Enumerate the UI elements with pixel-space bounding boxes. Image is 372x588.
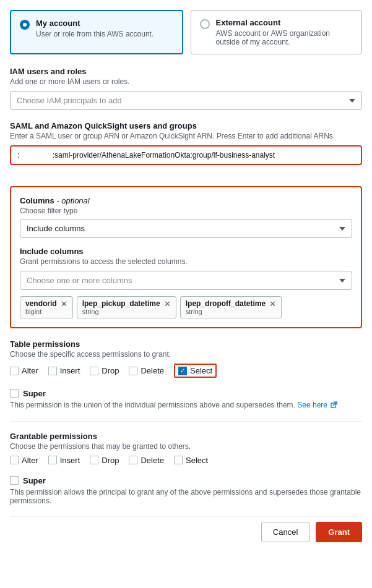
select-label: Select [190,366,212,375]
iam-section: IAM users and roles Add one or more IAM … [10,67,362,110]
grantable-desc: Choose the permissions that may be grant… [10,442,362,451]
tag-dropoff-close[interactable]: ✕ [269,300,276,308]
my-account-desc: User or role from this AWS account. [36,30,154,38]
cancel-button[interactable]: Cancel [261,522,309,542]
insert-checkbox[interactable] [48,367,57,375]
columns-dropdown[interactable]: Choose one or more columns [20,271,352,290]
super-table-link[interactable]: See here [297,401,337,409]
saml-desc: Enter a SAML user or group ARN or Amazon… [10,132,362,140]
grant-alter-label: Alter [22,456,38,465]
grant-delete-label: Delete [141,456,164,465]
include-columns-title: Include columns [20,247,352,256]
grant-select-checkbox[interactable] [174,456,183,464]
saml-title: SAML and Amazon QuickSight users and gro… [10,121,362,130]
my-account-radio[interactable] [20,20,30,30]
grantable-row: Alter Insert Drop Delete Select [10,456,362,465]
table-permissions-section: Table permissions Choose the specific ac… [10,339,362,378]
my-account-card[interactable]: My account User or role from this AWS ac… [10,10,183,54]
tag-dropoff: lpep_dropoff_datetime string ✕ [180,296,282,318]
grant-insert-checkbox[interactable] [48,456,57,464]
delete-label: Delete [141,366,164,375]
delete-checkbox[interactable] [129,367,137,375]
super-grantable-desc: This permission allows the principal to … [10,488,362,505]
tag-pickup: lpep_pickup_datetime string ✕ [77,296,176,318]
footer: Cancel Grant [10,516,362,542]
column-tags: vendorid bigint ✕ lpep_pickup_datetime s… [20,296,352,318]
iam-dropdown[interactable]: Choose IAM principals to add [10,91,362,110]
iam-title: IAM users and roles [10,67,362,76]
perm-select: Select [174,364,217,378]
alter-checkbox[interactable] [10,367,19,375]
grant-delete-checkbox[interactable] [129,456,137,464]
table-permissions-desc: Choose the specific access permissions t… [10,350,362,359]
super-table-desc: This permission is the union of the indi… [10,401,362,410]
iam-desc: Add one or more IAM users or roles. [10,77,362,86]
super-table-checkbox[interactable] [10,389,19,398]
columns-chevron-icon [339,279,345,283]
external-account-title: External account [216,18,353,27]
grant-alter-checkbox[interactable] [10,456,19,464]
grantable-title: Grantable permissions [10,432,362,441]
grant-button[interactable]: Grant [316,522,362,542]
tag-pickup-close[interactable]: ✕ [164,300,171,308]
grant-drop-label: Drop [102,456,119,465]
tag-vendorid-close[interactable]: ✕ [61,300,67,308]
grant-select: Select [174,456,208,465]
saml-input[interactable] [10,145,362,165]
filter-chevron-icon [339,227,345,231]
grant-insert: Insert [48,456,80,465]
external-link-icon [331,401,337,408]
grant-select-label: Select [186,456,208,465]
grant-drop: Drop [90,456,119,465]
columns-title: Columns - optional [20,196,352,205]
super-table-label: Super [23,389,46,398]
perm-alter: Alter [10,366,38,375]
insert-label: Insert [60,366,80,375]
filter-value: Include columns [27,224,85,233]
super-table-section: Super This permission is the union of th… [10,389,362,410]
grant-insert-label: Insert [60,456,80,465]
account-type-selection: My account User or role from this AWS ac… [10,10,362,54]
saml-section: SAML and Amazon QuickSight users and gro… [10,121,362,175]
perm-insert: Insert [48,366,80,375]
table-permissions-title: Table permissions [10,339,362,349]
select-checkbox[interactable] [178,367,187,375]
grant-drop-checkbox[interactable] [90,456,98,464]
my-account-title: My account [36,19,154,28]
table-permissions-row: Alter Insert Drop Delete Select [10,364,362,378]
svg-line-1 [333,402,337,406]
external-account-card[interactable]: External account AWS account or AWS orga… [191,10,363,54]
iam-chevron-icon [349,99,355,103]
grant-delete: Delete [129,456,164,465]
external-account-desc: AWS account or AWS organization outside … [216,29,353,46]
drop-checkbox[interactable] [90,367,98,375]
tag-vendorid: vendorid bigint ✕ [20,296,73,318]
alter-label: Alter [22,366,38,375]
filter-type-dropdown[interactable]: Include columns [20,219,352,238]
perm-delete: Delete [129,366,164,375]
columns-section: Columns - optional Choose filter type In… [10,186,362,328]
iam-placeholder: Choose IAM principals to add [17,96,122,105]
perm-drop: Drop [90,366,119,375]
super-grantable-label: Super [23,476,46,485]
super-grantable-checkbox[interactable] [10,476,19,485]
grant-alter: Alter [10,456,38,465]
drop-label: Drop [102,366,119,375]
columns-placeholder: Choose one or more columns [27,276,132,285]
grantable-section: Grantable permissions Choose the permiss… [10,432,362,465]
include-columns-desc: Grant permissions to access the selected… [20,257,352,266]
filter-type-label: Choose filter type [20,207,352,215]
external-account-radio[interactable] [200,19,210,29]
divider-1 [10,421,362,422]
super-grantable-section: Super This permission allows the princip… [10,476,362,505]
